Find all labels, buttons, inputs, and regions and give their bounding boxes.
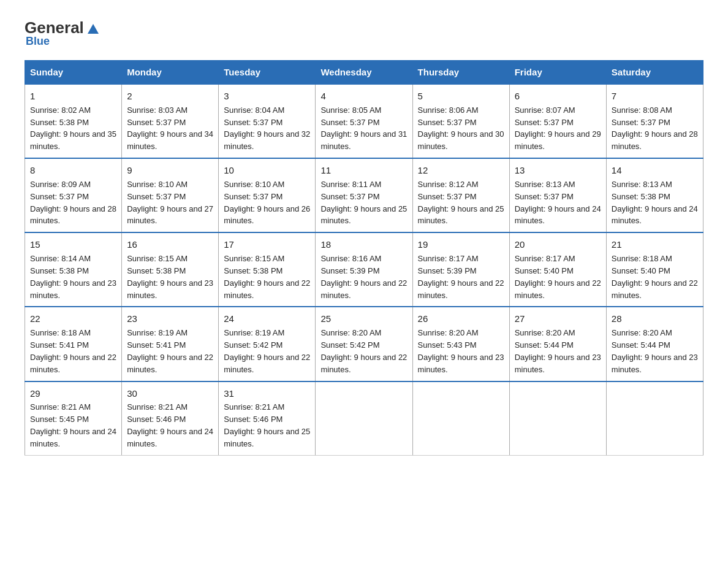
sunset-info: Sunset: 5:40 PM: [612, 266, 670, 275]
sunrise-info: Sunrise: 8:08 AM: [612, 105, 672, 115]
calendar-header-wednesday: Wednesday: [316, 61, 412, 85]
calendar-cell: 5Sunrise: 8:06 AMSunset: 5:37 PMDaylight…: [412, 84, 509, 158]
sunset-info: Sunset: 5:41 PM: [30, 340, 89, 350]
sunset-info: Sunset: 5:38 PM: [224, 266, 282, 275]
calendar-cell: [509, 381, 606, 456]
daylight-info: Daylight: 9 hours and 22 minutes.: [30, 353, 116, 374]
daylight-info: Daylight: 9 hours and 29 minutes.: [515, 129, 601, 151]
daylight-info: Daylight: 9 hours and 26 minutes.: [224, 204, 310, 226]
sunrise-info: Sunrise: 8:12 AM: [418, 180, 479, 189]
calendar-cell: 13Sunrise: 8:13 AMSunset: 5:37 PMDayligh…: [509, 158, 606, 232]
calendar-cell: 18Sunrise: 8:16 AMSunset: 5:39 PMDayligh…: [316, 232, 412, 307]
calendar-cell: 9Sunrise: 8:10 AMSunset: 5:37 PMDaylight…: [122, 158, 219, 232]
daylight-info: Daylight: 9 hours and 24 minutes.: [515, 204, 601, 226]
sunset-info: Sunset: 5:39 PM: [418, 266, 477, 275]
sunset-info: Sunset: 5:38 PM: [30, 266, 89, 275]
sunrise-info: Sunrise: 8:21 AM: [127, 402, 188, 412]
calendar-cell: 3Sunrise: 8:04 AMSunset: 5:37 PMDaylight…: [219, 84, 316, 158]
daylight-info: Daylight: 9 hours and 23 minutes.: [30, 278, 116, 300]
sunrise-info: Sunrise: 8:04 AM: [224, 105, 284, 115]
daylight-info: Daylight: 9 hours and 24 minutes.: [127, 427, 213, 448]
sunrise-info: Sunrise: 8:20 AM: [418, 328, 479, 337]
calendar-cell: 26Sunrise: 8:20 AMSunset: 5:43 PMDayligh…: [412, 307, 509, 381]
daylight-info: Daylight: 9 hours and 24 minutes.: [612, 204, 698, 226]
day-number: 22: [30, 312, 116, 326]
calendar-cell: 8Sunrise: 8:09 AMSunset: 5:37 PMDaylight…: [25, 158, 122, 232]
calendar-header-row: SundayMondayTuesdayWednesdayThursdayFrid…: [25, 61, 703, 85]
sunset-info: Sunset: 5:37 PM: [612, 118, 670, 127]
sunrise-info: Sunrise: 8:16 AM: [320, 254, 381, 263]
sunrise-info: Sunrise: 8:18 AM: [612, 254, 672, 263]
day-number: 28: [612, 312, 698, 326]
calendar-cell: 31Sunrise: 8:21 AMSunset: 5:46 PMDayligh…: [219, 381, 316, 456]
daylight-info: Daylight: 9 hours and 22 minutes.: [224, 353, 310, 374]
sunset-info: Sunset: 5:37 PM: [30, 192, 89, 201]
sunset-info: Sunset: 5:42 PM: [320, 340, 379, 350]
calendar-header-sunday: Sunday: [25, 61, 122, 85]
calendar-cell: [606, 381, 703, 456]
calendar-cell: 29Sunrise: 8:21 AMSunset: 5:45 PMDayligh…: [25, 381, 122, 456]
day-number: 24: [224, 312, 310, 326]
daylight-info: Daylight: 9 hours and 25 minutes.: [224, 427, 310, 448]
logo: General Blue: [25, 18, 101, 48]
sunset-info: Sunset: 5:38 PM: [612, 192, 670, 201]
sunset-info: Sunset: 5:37 PM: [127, 192, 186, 201]
calendar-cell: 11Sunrise: 8:11 AMSunset: 5:37 PMDayligh…: [316, 158, 412, 232]
sunset-info: Sunset: 5:38 PM: [127, 266, 186, 275]
day-number: 27: [515, 312, 601, 326]
day-number: 13: [515, 164, 601, 177]
sunset-info: Sunset: 5:44 PM: [515, 340, 574, 350]
calendar-cell: 17Sunrise: 8:15 AMSunset: 5:38 PMDayligh…: [219, 232, 316, 307]
svg-marker-0: [88, 24, 99, 34]
daylight-info: Daylight: 9 hours and 30 minutes.: [418, 129, 504, 151]
sunrise-info: Sunrise: 8:11 AM: [320, 180, 381, 189]
daylight-info: Daylight: 9 hours and 24 minutes.: [30, 427, 116, 448]
sunset-info: Sunset: 5:37 PM: [320, 118, 379, 127]
day-number: 14: [612, 164, 698, 177]
calendar-cell: 1Sunrise: 8:02 AMSunset: 5:38 PMDaylight…: [25, 84, 122, 158]
day-number: 4: [320, 90, 407, 103]
logo-blue-text: Blue: [26, 35, 101, 48]
day-number: 16: [127, 238, 213, 251]
calendar-cell: 19Sunrise: 8:17 AMSunset: 5:39 PMDayligh…: [412, 232, 509, 307]
day-number: 5: [418, 90, 504, 103]
sunrise-info: Sunrise: 8:19 AM: [224, 328, 284, 337]
calendar-header-monday: Monday: [122, 61, 219, 85]
sunset-info: Sunset: 5:37 PM: [515, 118, 574, 127]
day-number: 9: [127, 164, 213, 177]
sunset-info: Sunset: 5:37 PM: [224, 192, 282, 201]
calendar-cell: 28Sunrise: 8:20 AMSunset: 5:44 PMDayligh…: [606, 307, 703, 381]
day-number: 21: [612, 238, 698, 251]
calendar-cell: 24Sunrise: 8:19 AMSunset: 5:42 PMDayligh…: [219, 307, 316, 381]
sunrise-info: Sunrise: 8:15 AM: [127, 254, 188, 263]
logo-icon: [86, 21, 100, 35]
calendar-cell: 4Sunrise: 8:05 AMSunset: 5:37 PMDaylight…: [316, 84, 412, 158]
sunrise-info: Sunrise: 8:18 AM: [30, 328, 91, 337]
sunrise-info: Sunrise: 8:02 AM: [30, 105, 91, 115]
calendar-cell: 14Sunrise: 8:13 AMSunset: 5:38 PMDayligh…: [606, 158, 703, 232]
day-number: 17: [224, 238, 310, 251]
daylight-info: Daylight: 9 hours and 22 minutes.: [612, 278, 698, 300]
day-number: 15: [30, 238, 116, 251]
day-number: 2: [127, 90, 213, 103]
sunrise-info: Sunrise: 8:07 AM: [515, 105, 575, 115]
sunset-info: Sunset: 5:41 PM: [127, 340, 186, 350]
daylight-info: Daylight: 9 hours and 25 minutes.: [320, 204, 407, 226]
calendar-cell: 6Sunrise: 8:07 AMSunset: 5:37 PMDaylight…: [509, 84, 606, 158]
sunset-info: Sunset: 5:45 PM: [30, 415, 89, 424]
sunset-info: Sunset: 5:46 PM: [224, 415, 282, 424]
sunset-info: Sunset: 5:42 PM: [224, 340, 282, 350]
calendar-week-row: 15Sunrise: 8:14 AMSunset: 5:38 PMDayligh…: [25, 232, 703, 307]
daylight-info: Daylight: 9 hours and 22 minutes.: [418, 278, 504, 300]
day-number: 11: [320, 164, 407, 177]
day-number: 1: [30, 90, 116, 103]
calendar-cell: 30Sunrise: 8:21 AMSunset: 5:46 PMDayligh…: [122, 381, 219, 456]
daylight-info: Daylight: 9 hours and 23 minutes.: [127, 278, 213, 300]
day-number: 3: [224, 90, 310, 103]
sunset-info: Sunset: 5:37 PM: [127, 118, 186, 127]
sunrise-info: Sunrise: 8:13 AM: [612, 180, 672, 189]
sunset-info: Sunset: 5:44 PM: [612, 340, 670, 350]
calendar-header-thursday: Thursday: [412, 61, 509, 85]
calendar-table: SundayMondayTuesdayWednesdayThursdayFrid…: [25, 60, 703, 456]
daylight-info: Daylight: 9 hours and 35 minutes.: [30, 129, 116, 151]
